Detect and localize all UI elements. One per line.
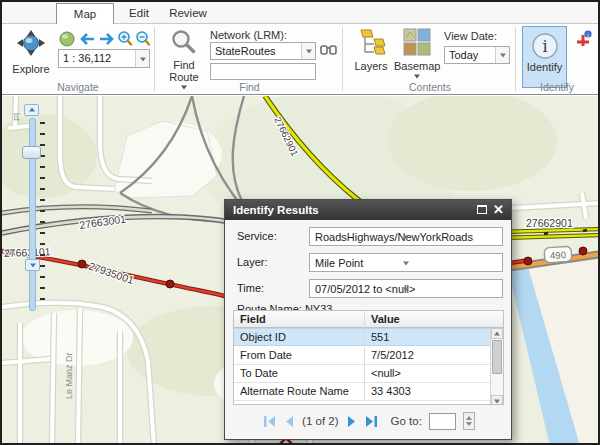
- table-header-row: Field Value: [234, 311, 503, 328]
- group-separator: [342, 27, 343, 91]
- svg-text:i: i: [542, 37, 547, 56]
- zoom-slider-up-button[interactable]: [24, 104, 39, 116]
- column-header-field[interactable]: Field: [234, 311, 364, 328]
- scrollbar-thumb[interactable]: [492, 340, 502, 374]
- identify-icon: i: [530, 31, 560, 61]
- tab-edit[interactable]: Edit: [118, 3, 160, 24]
- identify-results-dialog: Identify Results ✕ Service: RoadsHighway…: [224, 199, 512, 440]
- previous-extent-icon[interactable]: [82, 34, 94, 44]
- layers-label: Layers: [350, 60, 392, 72]
- ribbon: Map Edit Review Explore: [2, 2, 598, 95]
- layer-combobox[interactable]: Mile Point: [309, 253, 503, 272]
- cell-value: <null>: [364, 365, 490, 382]
- service-label: Service:: [237, 230, 277, 242]
- route-input-box[interactable]: [210, 63, 316, 80]
- time-label: Time:: [237, 282, 264, 294]
- tab-map[interactable]: Map: [56, 3, 114, 24]
- maximize-icon[interactable]: [477, 205, 487, 214]
- view-date-combobox[interactable]: Today: [444, 46, 510, 64]
- cell-field: From Date: [234, 347, 364, 364]
- dialog-titlebar[interactable]: Identify Results ✕: [225, 200, 511, 220]
- table-row[interactable]: To Date <null>: [234, 365, 490, 383]
- zoom-slider-down-button[interactable]: [25, 259, 40, 271]
- table-row[interactable]: From Date 7/5/2012: [234, 347, 490, 365]
- street-label: Dr: [4, 246, 15, 258]
- service-combobox[interactable]: RoadsHighways/NewYorkRoads: [309, 227, 503, 246]
- view-date-label: View Date:: [444, 30, 497, 42]
- basemap-dropdown-caret[interactable]: [414, 74, 420, 78]
- basemap-icon: [403, 28, 431, 56]
- svg-text:i: i: [587, 31, 589, 38]
- full-extent-globe-icon[interactable]: [60, 32, 74, 46]
- view-date-dropdown-arrow[interactable]: [495, 47, 509, 63]
- route-label: 27663001: [79, 213, 127, 231]
- goto-page-input[interactable]: [429, 413, 456, 430]
- identify-label: Identify: [523, 61, 566, 73]
- scroll-up-button[interactable]: [491, 328, 503, 339]
- explore-button[interactable]: Explore: [8, 28, 54, 88]
- route-shield-490: 490: [544, 246, 572, 263]
- extent-toolbar: [58, 30, 150, 48]
- goto-label: Go to:: [391, 415, 422, 427]
- app-window: Map Edit Review Explore: [0, 0, 600, 445]
- layer-label: Layer:: [237, 256, 268, 268]
- cell-value: 551: [364, 329, 490, 346]
- find-route-label-line1: Find: [173, 59, 194, 71]
- table-row[interactable]: Alternate Route Name 33 4303: [234, 383, 490, 401]
- identify-group-label: Identify: [515, 81, 599, 93]
- tab-review[interactable]: Review: [162, 3, 214, 24]
- next-page-icon[interactable]: [346, 415, 357, 428]
- first-page-icon[interactable]: [263, 415, 277, 428]
- network-dropdown-arrow[interactable]: [301, 43, 315, 59]
- next-extent-icon[interactable]: [100, 34, 112, 44]
- cell-field: To Date: [234, 365, 364, 382]
- navigate-group-label: Navigate: [2, 81, 154, 93]
- identify-route-location-icon[interactable]: i: [574, 30, 592, 48]
- zoom-out-icon[interactable]: [137, 32, 149, 45]
- goto-spinner[interactable]: [463, 412, 475, 430]
- cell-value: 7/5/2012: [364, 347, 490, 364]
- cell-value: 33 4303: [364, 383, 490, 400]
- ribbon-tab-bar: Map Edit Review: [2, 2, 598, 24]
- route-label: 27662901: [526, 217, 573, 229]
- dialog-title: Identify Results: [233, 204, 319, 216]
- group-separator: [154, 27, 155, 91]
- network-lrm-value: StateRoutes: [215, 45, 276, 57]
- zoom-in-icon[interactable]: [119, 32, 131, 45]
- page-indicator: (1 of 2): [302, 415, 338, 427]
- street-label: Le Manz Dr: [64, 352, 74, 399]
- cell-field: Object ID: [234, 329, 364, 346]
- svg-text:490: 490: [550, 249, 567, 261]
- search-network-binoculars-icon[interactable]: [320, 43, 337, 58]
- route-label: 27935001: [87, 260, 135, 287]
- layer-value: Mile Point: [315, 257, 363, 269]
- scale-value: 1 : 36,112: [63, 52, 111, 64]
- pagination-bar: (1 of 2) Go to:: [225, 409, 513, 433]
- explore-icon: [15, 29, 47, 59]
- identify-button[interactable]: i Identify: [522, 26, 567, 88]
- last-page-icon[interactable]: [364, 415, 378, 428]
- basemap-label: Basemap: [394, 60, 440, 72]
- service-value: RoadsHighways/NewYorkRoads: [315, 231, 473, 243]
- street-label: Pl: [12, 113, 22, 121]
- cell-field: Alternate Route Name: [234, 383, 364, 400]
- scroll-down-button[interactable]: [491, 395, 503, 405]
- table-row-partial: [234, 401, 490, 405]
- zoom-slider-thumb[interactable]: [22, 146, 41, 159]
- time-combobox[interactable]: 07/05/2012 to <null>: [309, 279, 503, 298]
- explore-label: Explore: [8, 63, 54, 75]
- close-icon[interactable]: ✕: [493, 201, 504, 219]
- find-route-icon: [171, 29, 197, 55]
- table-row-selected[interactable]: Object ID 551: [234, 328, 490, 346]
- network-lrm-label: Network (LRM):: [210, 29, 287, 41]
- layers-icon: [356, 28, 386, 56]
- time-value: 07/05/2012 to <null>: [315, 283, 415, 295]
- scale-combobox[interactable]: 1 : 36,112: [58, 49, 150, 68]
- column-header-value[interactable]: Value: [364, 311, 490, 328]
- contents-group-label: Contents: [345, 81, 515, 93]
- network-lrm-combobox[interactable]: StateRoutes: [210, 42, 316, 60]
- scale-dropdown-arrow[interactable]: [135, 50, 149, 67]
- previous-page-icon[interactable]: [284, 415, 295, 428]
- table-scrollbar[interactable]: [490, 328, 503, 405]
- layers-button[interactable]: Layers: [350, 28, 392, 84]
